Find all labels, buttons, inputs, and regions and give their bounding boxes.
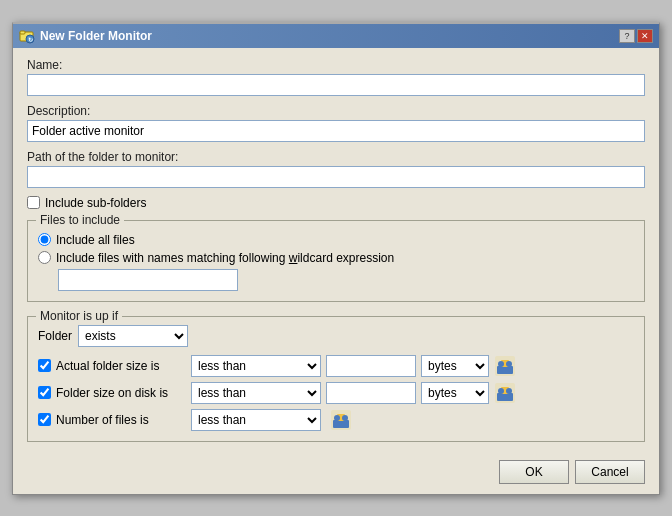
svg-point-17 [334, 415, 340, 421]
condition-row-2: Number of files is less than greater tha… [38, 409, 634, 431]
condition-row-1: Folder size on disk is less than greater… [38, 382, 634, 404]
svg-rect-10 [497, 393, 513, 401]
title-bar-left: ↻ New Folder Monitor [19, 28, 152, 44]
title-bar: ↻ New Folder Monitor ? ✕ [13, 24, 659, 48]
condition-unit-1[interactable]: bytes KB MB GB [421, 382, 489, 404]
condition-label-2: Number of files is [56, 413, 186, 427]
name-input[interactable] [27, 74, 645, 96]
include-wildcard-radio[interactable] [38, 251, 51, 264]
svg-point-12 [498, 388, 504, 394]
dialog-title: New Folder Monitor [40, 29, 152, 43]
condition-checkbox-0[interactable] [38, 359, 51, 372]
name-label: Name: [27, 58, 645, 72]
include-all-radio[interactable] [38, 233, 51, 246]
include-subfolders-checkbox[interactable] [27, 196, 40, 209]
dialog-icon: ↻ [19, 28, 35, 44]
include-wildcard-label: Include files with names matching follow… [56, 251, 394, 265]
description-label: Description: [27, 104, 645, 118]
svg-rect-1 [20, 31, 25, 34]
folder-row: Folder exists does not exist [38, 325, 634, 347]
condition-label-1: Folder size on disk is [56, 386, 186, 400]
svg-point-13 [506, 388, 512, 394]
svg-rect-5 [497, 366, 513, 374]
condition-value-0[interactable] [326, 355, 416, 377]
wildcard-underline: w [289, 251, 298, 265]
ok-button[interactable]: OK [499, 460, 569, 484]
include-subfolders-row: Include sub-folders [27, 196, 645, 210]
monitor-group-title: Monitor is up if [36, 309, 122, 323]
condition-checkbox-2[interactable] [38, 413, 51, 426]
folder-label: Folder [38, 329, 72, 343]
close-button[interactable]: ✕ [637, 29, 653, 43]
condition-unit-0[interactable]: bytes KB MB GB [421, 355, 489, 377]
dialog-footer: OK Cancel [13, 452, 659, 494]
condition-label-0: Actual folder size is [56, 359, 186, 373]
condition-comparison-2[interactable]: less than greater than equal to [191, 409, 321, 431]
condition-comparison-0[interactable]: less than greater than equal to [191, 355, 321, 377]
dialog-body: Name: Description: Path of the folder to… [13, 48, 659, 452]
cancel-button[interactable]: Cancel [575, 460, 645, 484]
folder-exists-select[interactable]: exists does not exist [78, 325, 188, 347]
svg-rect-15 [333, 420, 349, 428]
include-wildcard-row: Include files with names matching follow… [38, 251, 634, 265]
files-group-title: Files to include [36, 213, 124, 227]
condition-comparison-1[interactable]: less than greater than equal to [191, 382, 321, 404]
dialog-window: ↻ New Folder Monitor ? ✕ Name: Descripti… [12, 22, 660, 495]
info-icon-0[interactable] [494, 355, 516, 377]
svg-point-7 [498, 361, 504, 367]
files-group: Files to include Include all files Inclu… [27, 220, 645, 302]
include-subfolders-label: Include sub-folders [45, 196, 146, 210]
info-icon-2[interactable] [330, 409, 352, 431]
help-button[interactable]: ? [619, 29, 635, 43]
condition-row-0: Actual folder size is less than greater … [38, 355, 634, 377]
condition-checkbox-1[interactable] [38, 386, 51, 399]
description-input[interactable] [27, 120, 645, 142]
path-input[interactable] [27, 166, 645, 188]
svg-point-18 [342, 415, 348, 421]
path-label: Path of the folder to monitor: [27, 150, 645, 164]
wildcard-input[interactable] [58, 269, 238, 291]
svg-text:↻: ↻ [28, 37, 33, 43]
svg-point-8 [506, 361, 512, 367]
include-all-label: Include all files [56, 233, 135, 247]
title-buttons: ? ✕ [619, 29, 653, 43]
info-icon-1[interactable] [494, 382, 516, 404]
monitor-group: Monitor is up if Folder exists does not … [27, 316, 645, 442]
condition-value-1[interactable] [326, 382, 416, 404]
include-all-row: Include all files [38, 233, 634, 247]
